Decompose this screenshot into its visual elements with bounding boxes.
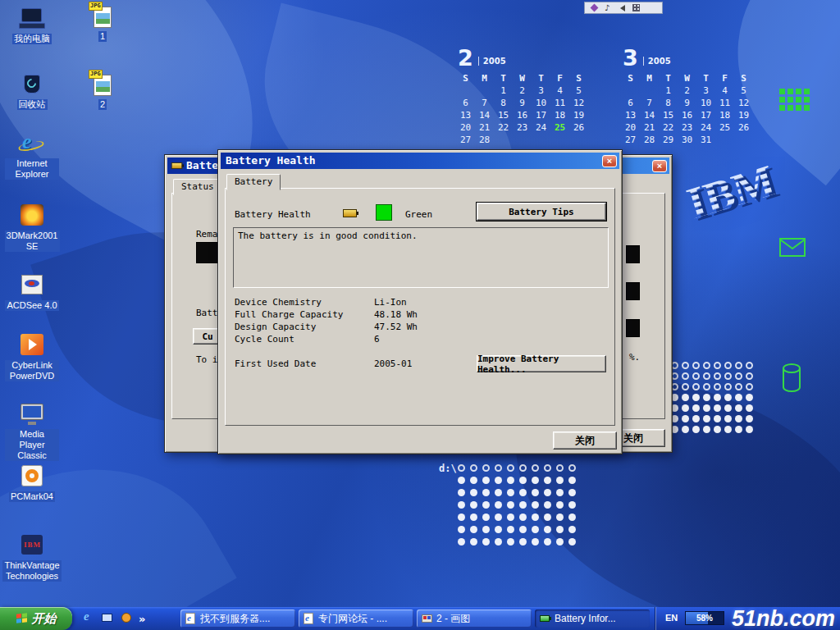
desktop-icon-pcmark[interactable]: PCMark04 — [5, 464, 59, 502]
desktop-file-1[interactable]: JPG1 — [75, 4, 130, 42]
calendar-date — [569, 135, 588, 145]
speaker-icon[interactable] — [617, 5, 625, 11]
improve-battery-health-button[interactable]: Improve Battery Health... — [477, 355, 606, 372]
calendar-date: 20 — [621, 123, 640, 133]
calendar-date: 30 — [678, 135, 696, 145]
field-value: 47.52 Wh — [374, 322, 418, 332]
first-used-value: 2005-01 — [374, 358, 412, 369]
calendar-date: 23 — [678, 123, 696, 133]
taskbar-task-2[interactable]: e专门网论坛 - .... — [299, 609, 413, 628]
desktop-icon-label: PCMark04 — [9, 491, 55, 502]
calendar-date: 11 — [550, 98, 569, 108]
calendar-date: 6 — [621, 98, 640, 108]
diamond-icon[interactable] — [591, 4, 599, 12]
bgwin-close-icon[interactable]: × — [652, 160, 667, 172]
desktop-icon-acdsee[interactable]: ACDSee 4.0 — [5, 273, 59, 311]
battery-gauge-cell — [626, 245, 640, 263]
powerdvd-icon — [18, 333, 46, 358]
calendar-date: 1 — [494, 86, 513, 96]
battery-tips-button[interactable]: Battery Tips — [477, 203, 606, 221]
condition-text: The battery is in good condition. — [238, 231, 418, 241]
calendar-date-highlighted: 25 — [550, 123, 569, 133]
calendar-date: 24 — [696, 123, 715, 133]
calendar-day-header: T — [494, 74, 513, 84]
calendar-date: 19 — [569, 111, 588, 121]
calendar-date: 20 — [456, 123, 475, 133]
calendar-date: 19 — [734, 111, 753, 121]
task-label: 2 - 画图 — [436, 612, 470, 626]
desktop-icon-media-player-classic[interactable]: Media Player Classic — [5, 402, 59, 461]
battery-detail-fields: Device ChemistryLi-IonFull Charge Capaci… — [235, 297, 596, 346]
tray-battery-indicator[interactable]: 58% — [685, 611, 724, 625]
calendar-date: 2 — [678, 86, 696, 96]
dialog-close-button[interactable]: 关闭 — [553, 431, 617, 450]
desktop-file-label: 1 — [98, 31, 107, 42]
desktop-mini-toolbar[interactable]: ♪ — [584, 2, 663, 14]
calendar-date: 6 — [456, 98, 475, 108]
jpg-file-icon: JPG — [89, 4, 116, 29]
field-value: 6 — [374, 334, 380, 345]
calendar-date: 28 — [640, 135, 659, 145]
task-label: Battery Infor... — [555, 613, 616, 624]
language-indicator[interactable]: EN — [665, 613, 678, 623]
calendar-date — [513, 135, 532, 145]
internet-explorer-icon[interactable]: e — [82, 612, 95, 625]
acdsee-icon — [18, 273, 46, 298]
taskbar-task-1[interactable]: e找不到服务器.... — [180, 609, 295, 628]
calendar-date: 14 — [475, 111, 494, 121]
database-cylinder-icon — [781, 363, 802, 397]
start-button[interactable]: 开始 — [0, 607, 72, 630]
desktop-icon-internet-explorer[interactable]: eInternet Explorer — [5, 131, 59, 180]
desktop-icon-my-computer[interactable]: 我的电脑 — [5, 7, 59, 44]
calendar-date — [532, 135, 550, 145]
field-label: Full Charge Capacity — [235, 309, 343, 320]
calendar-date: 14 — [640, 111, 659, 121]
desktop-calendar-2-2005: 22005SMTWTFS1234567891011121314151617181… — [456, 47, 588, 145]
pcmark-icon — [18, 464, 46, 489]
media-player-icon[interactable] — [120, 612, 133, 625]
calendar-month: 3 — [623, 47, 638, 69]
health-green-swatch — [376, 204, 392, 221]
calendar-day-header: T — [532, 74, 550, 84]
desktop-icon-recycle-bin[interactable]: 回收站 — [5, 72, 59, 110]
desktop-file-2[interactable]: JPG2 — [75, 72, 130, 110]
condition-textbox[interactable]: The battery is in good condition. — [233, 227, 609, 288]
envelope-icon — [779, 238, 806, 261]
notes-icon[interactable]: ♪ — [605, 4, 609, 12]
calendar-date — [734, 135, 753, 145]
desktop-calendar-3-2005: 32005SMTWTFS1234567891011121314151617181… — [621, 47, 753, 145]
calendar-date: 24 — [532, 123, 550, 133]
dialog-titlebar[interactable]: Battery Health × — [221, 153, 619, 169]
calendar-date — [494, 135, 513, 145]
jpg-badge: JPG — [89, 70, 103, 79]
3dmark-icon — [18, 203, 46, 228]
calendar-date: 7 — [475, 98, 494, 108]
keypad-icon — [779, 89, 810, 112]
dialog-title: Battery Health — [226, 153, 602, 169]
tray-battery-percent: 58% — [686, 612, 724, 624]
dialog-close-icon[interactable]: × — [602, 155, 617, 167]
calendar-date: 18 — [550, 111, 569, 121]
desktop-icon-powerdvd[interactable]: CyberLink PowerDVD — [5, 333, 59, 381]
taskbar: 开始 e » e找不到服务器....e专门网论坛 - ....2 - 画图Bat… — [0, 607, 840, 630]
desktop-icon-label: Internet Explorer — [5, 158, 59, 180]
field-value: Li-Ion — [374, 297, 407, 308]
chevron-icon[interactable]: » — [139, 613, 145, 625]
taskbar-task-4[interactable]: Battery Infor... — [535, 609, 650, 628]
calendar-date: 26 — [734, 123, 753, 133]
calendar-month: 2 — [458, 47, 473, 69]
calendar-date: 28 — [475, 135, 494, 145]
calendar-date: 23 — [513, 123, 532, 133]
desktop-icon-thinkvantage[interactable]: IBMThinkVantage Technologies — [5, 533, 59, 582]
calendar-date: 16 — [513, 111, 532, 121]
show-desktop-icon[interactable] — [101, 612, 114, 625]
calendar-date: 31 — [696, 135, 715, 145]
desktop-icon-3dmark[interactable]: 3DMark2001 SE — [5, 203, 59, 252]
grid-icon[interactable] — [632, 4, 640, 11]
taskbar-task-3[interactable]: 2 - 画图 — [417, 609, 532, 628]
tab-battery[interactable]: Battery — [226, 174, 281, 190]
tab-status[interactable]: Status — [173, 179, 222, 195]
field-label: Design Capacity — [235, 322, 316, 332]
calendar-date: 10 — [696, 98, 715, 108]
calendar-date: 1 — [659, 86, 678, 96]
